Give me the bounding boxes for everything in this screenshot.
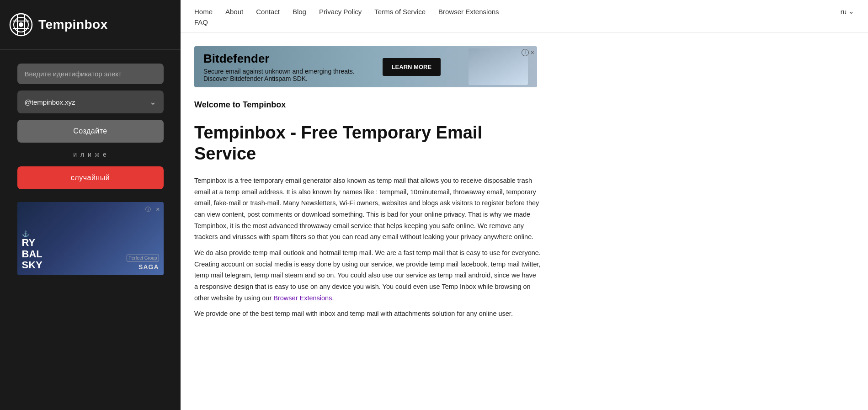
- body-para-2: We do also provide temp mail outlook and…: [194, 247, 542, 304]
- nav-tos[interactable]: Terms of Service: [374, 8, 426, 16]
- nav-privacy[interactable]: Privacy Policy: [319, 8, 362, 16]
- ad-banner-left: Bitdefender Secure email against unknown…: [203, 52, 355, 82]
- nav-row-1: Home About Contact Blog Privacy Policy T…: [194, 0, 854, 18]
- sidebar-logo-area: Tempinbox: [0, 0, 181, 49]
- nav-blog[interactable]: Blog: [293, 8, 306, 16]
- nav-home[interactable]: Home: [194, 8, 213, 16]
- logo-text: Tempinbox: [38, 17, 108, 32]
- top-navigation: Home About Contact Blog Privacy Policy T…: [181, 0, 868, 32]
- sidebar-divider: [0, 49, 181, 50]
- email-identifier-input[interactable]: [17, 64, 164, 84]
- sidebar-ad-close-icon[interactable]: ×: [156, 206, 160, 213]
- sidebar-ad-anchor: ⚓: [22, 231, 43, 237]
- ad-desc: Secure email against unknown and emergin…: [203, 68, 355, 82]
- sidebar: Tempinbox @tempinbox.xyz ⌄ Создайте и л …: [0, 0, 181, 410]
- sidebar-ad-banner: ⚓ RYBALSKY Perfect Group SAGA ⓘ ×: [17, 202, 164, 275]
- nav-faq[interactable]: FAQ: [194, 18, 208, 26]
- svg-point-6: [19, 22, 23, 27]
- nav-row-2: FAQ: [194, 18, 854, 32]
- domain-selector[interactable]: @tempinbox.xyz ⌄: [17, 91, 164, 113]
- nav-about[interactable]: About: [225, 8, 243, 16]
- body-para-2-text: We do also provide temp mail outlook and…: [194, 249, 541, 302]
- ad-banner-close-area: i ×: [522, 49, 534, 56]
- chevron-down-icon: ⌄: [149, 97, 156, 107]
- browser-extensions-link[interactable]: Browser Extensions: [273, 294, 332, 302]
- ad-banner-image: [469, 48, 528, 85]
- main-content-area: Home About Contact Blog Privacy Policy T…: [181, 0, 868, 410]
- body-para-1: Tempinbox is a free temporary email gene…: [194, 175, 542, 243]
- page-title: Tempinbox - Free Temporary Email Service: [194, 122, 542, 164]
- domain-value: @tempinbox.xyz: [25, 98, 75, 106]
- welcome-title: Welcome to Tempinbox: [194, 100, 542, 110]
- nav-contact[interactable]: Contact: [256, 8, 280, 16]
- ad-close-icon[interactable]: ×: [531, 49, 534, 56]
- ad-learn-more-button[interactable]: LEARN MORE: [383, 58, 441, 76]
- page-body: Tempinbox is a free temporary email gene…: [194, 175, 542, 319]
- sidebar-ad-text: ⚓ RYBALSKY: [22, 231, 43, 271]
- ad-banner: Bitdefender Secure email against unknown…: [194, 46, 537, 87]
- or-label: и л и ж е: [73, 151, 107, 158]
- create-button[interactable]: Создайте: [17, 120, 164, 143]
- sidebar-ad-logo: Perfect Group SAGA: [127, 255, 159, 271]
- page-content: Bitdefender Secure email against unknown…: [181, 32, 555, 342]
- language-selector[interactable]: ru ⌄: [841, 7, 854, 16]
- sidebar-ad-info-icon[interactable]: ⓘ: [145, 206, 151, 213]
- lang-value: ru: [841, 8, 847, 16]
- body-para-3: We provide one of the best temp mail wit…: [194, 308, 542, 319]
- nav-extensions[interactable]: Browser Extensions: [438, 8, 499, 16]
- logo-icon: [9, 13, 33, 37]
- ad-info-icon[interactable]: i: [522, 49, 529, 56]
- lang-chevron-icon: ⌄: [848, 7, 854, 16]
- random-button[interactable]: случайный: [17, 166, 164, 189]
- nav-links: Home About Contact Blog Privacy Policy T…: [194, 8, 499, 16]
- ad-brand: Bitdefender: [203, 52, 355, 66]
